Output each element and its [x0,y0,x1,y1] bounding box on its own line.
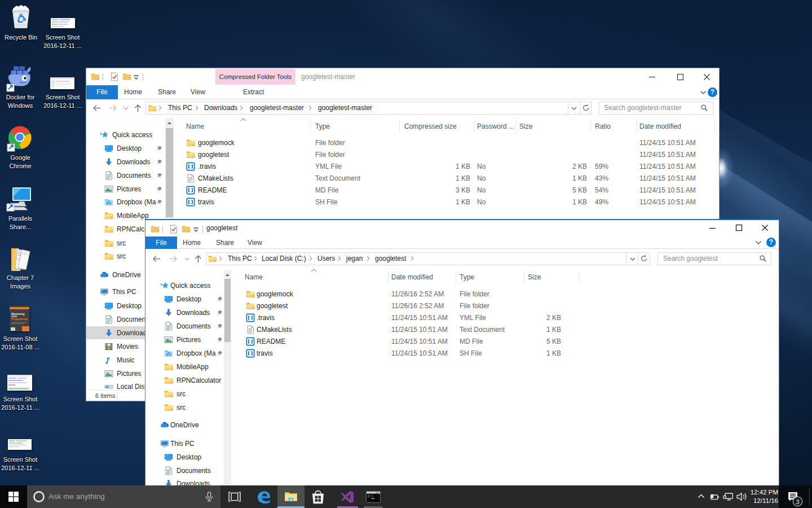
svg-text:C:\: C:\ [368,494,373,498]
svg-text:3: 3 [796,498,799,505]
